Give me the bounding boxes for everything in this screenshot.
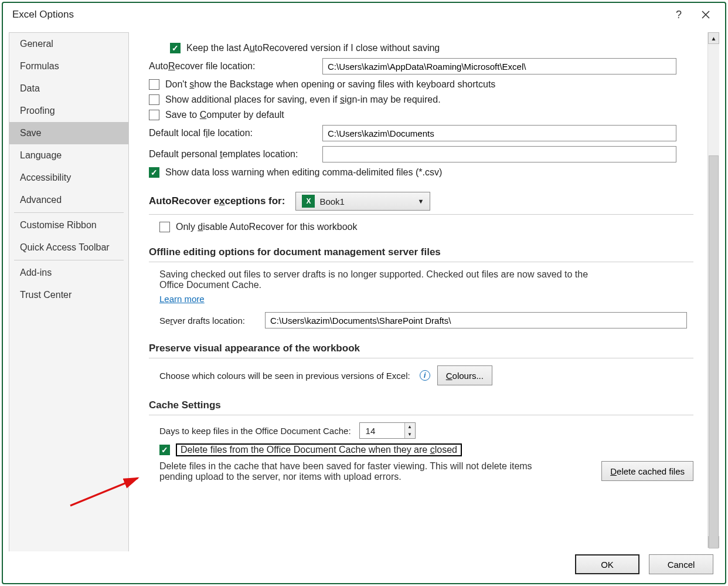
dialog-footer: OK Cancel [3, 551, 725, 583]
dont-show-backstage-checkbox[interactable] [149, 79, 159, 90]
autorecover-exceptions-label: AutoRecover exceptions for: [149, 195, 285, 207]
sidebar-item-proofing[interactable]: Proofing [9, 100, 128, 122]
offline-heading: Offline editing options for document man… [149, 246, 693, 258]
colours-desc: Choose which colours will be seen in pre… [159, 371, 410, 381]
titlebar: Excel Options ? [3, 3, 725, 26]
delete-on-close-checkbox[interactable]: ✓ [159, 445, 170, 455]
save-computer-default-checkbox[interactable] [149, 110, 159, 120]
keep-autorecover-row: ✓ Keep the last AutoRecovered version if… [170, 43, 693, 53]
dialog-title: Excel Options [12, 9, 665, 21]
workbook-dropdown[interactable]: X Book1 ▼ [295, 192, 430, 211]
workbook-name: Book1 [319, 197, 345, 206]
delete-cached-files-button[interactable]: Delete cached files [601, 461, 693, 481]
save-computer-default-label[interactable]: Save to Computer by default [165, 110, 284, 120]
sidebar-item-save[interactable]: Save [9, 122, 128, 144]
default-templates-label: Default personal templates location: [149, 149, 322, 160]
server-drafts-label: Server drafts location: [159, 316, 265, 326]
delete-on-close-row: ✓ Delete files from the Office Document … [149, 443, 693, 456]
dialog-body: General Formulas Data Proofing Save Lang… [3, 26, 725, 551]
show-additional-places-label[interactable]: Show additional places for saving, even … [165, 94, 441, 105]
excel-options-dialog: Excel Options ? General Formulas Data Pr… [2, 2, 726, 584]
content-pane: ✓ Keep the last AutoRecovered version if… [132, 32, 707, 548]
default-local-location-label: Default local file location: [149, 128, 322, 138]
sidebar-item-accessibility[interactable]: Accessibility [9, 167, 128, 189]
ok-button[interactable]: OK [575, 554, 639, 574]
sidebar-item-customise-ribbon[interactable]: Customise Ribbon [9, 214, 128, 236]
close-icon [702, 11, 710, 19]
sidebar-item-general[interactable]: General [9, 33, 128, 55]
sidebar-item-quick-access[interactable]: Quick Access Toolbar [9, 236, 128, 259]
only-disable-row: Only disable AutoRecover for this workbo… [149, 222, 693, 232]
excel-icon: X [302, 195, 315, 208]
default-local-location-input[interactable] [322, 125, 676, 141]
autorecover-location-label: AutoRecover file location: [149, 61, 322, 72]
default-templates-input[interactable] [322, 146, 676, 162]
preserve-heading: Preserve visual appearance of the workbo… [149, 343, 693, 354]
csv-warning-checkbox[interactable]: ✓ [149, 167, 159, 178]
default-templates-row: Default personal templates location: [149, 146, 693, 162]
delete-cache-desc: Delete files in the cache that have been… [159, 461, 564, 482]
csv-warning-row: ✓ Show data loss warning when editing co… [149, 167, 693, 178]
spinner-buttons[interactable]: ▲ ▼ [404, 423, 415, 438]
default-local-location-row: Default local file location: [149, 125, 693, 141]
delete-on-close-label[interactable]: Delete files from the Office Document Ca… [176, 443, 462, 456]
save-computer-default-row: Save to Computer by default [149, 110, 693, 120]
offline-desc: Saving checked out files to server draft… [159, 269, 593, 290]
offline-block: Saving checked out files to server draft… [149, 269, 693, 328]
cache-days-label: Days to keep files in the Office Documen… [159, 426, 351, 436]
sidebar: General Formulas Data Proofing Save Lang… [9, 32, 129, 551]
delete-cache-row: Delete files in the cache that have been… [149, 461, 693, 482]
sidebar-item-formulas[interactable]: Formulas [9, 55, 128, 77]
section-divider [149, 214, 693, 215]
help-button[interactable]: ? [665, 6, 692, 23]
sidebar-item-trust-center[interactable]: Trust Center [9, 284, 128, 306]
colours-button[interactable]: Colours... [437, 365, 492, 385]
scroll-track[interactable] [708, 44, 719, 536]
section-divider [149, 262, 693, 262]
autorecover-location-row: AutoRecover file location: [149, 58, 693, 74]
scrollbar[interactable]: ▲ ▼ [707, 32, 719, 548]
cancel-button[interactable]: Cancel [649, 554, 713, 574]
info-icon[interactable]: i [420, 370, 430, 381]
sidebar-item-language[interactable]: Language [9, 144, 128, 167]
spinner-up-icon[interactable]: ▲ [405, 423, 415, 431]
sidebar-item-advanced[interactable]: Advanced [9, 189, 128, 211]
section-divider [149, 415, 693, 415]
cache-heading: Cache Settings [149, 399, 693, 411]
only-disable-checkbox[interactable] [159, 222, 170, 232]
spinner-down-icon[interactable]: ▼ [405, 431, 415, 438]
autorecover-exceptions-row: AutoRecover exceptions for: X Book1 ▼ [149, 192, 693, 211]
keep-autorecover-checkbox[interactable]: ✓ [170, 43, 181, 53]
section-divider [149, 358, 693, 358]
show-additional-places-checkbox[interactable] [149, 94, 159, 105]
sidebar-separator [14, 212, 124, 213]
server-drafts-row: Server drafts location: [159, 312, 693, 328]
server-drafts-input[interactable] [265, 312, 687, 328]
cache-days-value: 14 [366, 426, 376, 436]
cache-days-row: Days to keep files in the Office Documen… [149, 422, 693, 439]
dont-show-backstage-label[interactable]: Don't show the Backstage when opening or… [165, 79, 495, 90]
dont-show-backstage-row: Don't show the Backstage when opening or… [149, 79, 693, 90]
only-disable-label[interactable]: Only disable AutoRecover for this workbo… [176, 222, 358, 232]
sidebar-item-data[interactable]: Data [9, 77, 128, 100]
keep-autorecover-label[interactable]: Keep the last AutoRecovered version if I… [186, 43, 440, 53]
colours-row: Choose which colours will be seen in pre… [149, 365, 693, 385]
sidebar-separator [14, 260, 124, 260]
cache-days-spinner[interactable]: 14 ▲ ▼ [359, 422, 416, 439]
content-wrap: ✓ Keep the last AutoRecovered version if… [132, 32, 719, 548]
learn-more-link[interactable]: Learn more [159, 294, 205, 304]
sidebar-item-addins[interactable]: Add-ins [9, 262, 128, 284]
close-button[interactable] [692, 6, 719, 23]
scroll-thumb[interactable] [709, 155, 719, 548]
show-additional-places-row: Show additional places for saving, even … [149, 94, 693, 105]
scroll-up-button[interactable]: ▲ [708, 32, 719, 44]
chevron-down-icon: ▼ [418, 198, 424, 205]
csv-warning-label[interactable]: Show data loss warning when editing comm… [165, 167, 442, 178]
autorecover-location-input[interactable] [322, 58, 676, 74]
